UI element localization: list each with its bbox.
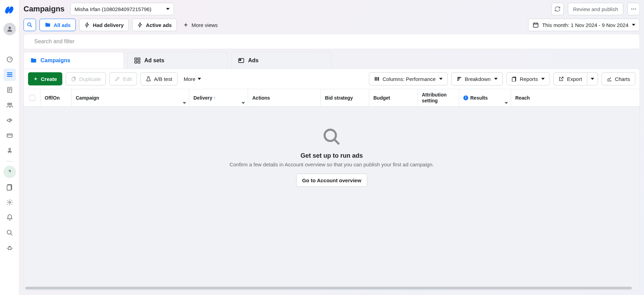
active-ads-filter[interactable]: Active ads bbox=[132, 19, 177, 31]
create-button[interactable]: Create bbox=[28, 72, 62, 85]
gauge-icon[interactable] bbox=[3, 53, 16, 66]
events-icon[interactable] bbox=[3, 145, 16, 157]
column-campaign[interactable]: Campaign bbox=[72, 89, 189, 106]
account-selector[interactable]: Misha Irfan (1080284097215796) bbox=[70, 3, 174, 15]
svg-rect-25 bbox=[239, 59, 241, 60]
global-search-icon[interactable] bbox=[3, 227, 16, 239]
edit-button[interactable]: Edit bbox=[109, 72, 137, 85]
svg-rect-3 bbox=[7, 74, 12, 75]
svg-point-16 bbox=[633, 9, 634, 10]
export-button[interactable]: Export bbox=[553, 72, 587, 85]
date-range-picker[interactable]: This month: 1 Nov 2024 - 9 Nov 2024 bbox=[528, 19, 640, 31]
column-delivery[interactable]: Delivery ↑ bbox=[189, 89, 248, 106]
settings-icon[interactable] bbox=[3, 196, 16, 209]
empty-state: Get set up to run ads Confirm a few deta… bbox=[24, 107, 640, 286]
rail-divider bbox=[6, 161, 13, 162]
svg-rect-31 bbox=[457, 77, 461, 78]
sort-asc-icon: ↑ bbox=[214, 95, 216, 100]
svg-point-36 bbox=[325, 130, 336, 141]
svg-rect-11 bbox=[7, 185, 11, 190]
column-onoff[interactable]: Off/On bbox=[40, 89, 72, 106]
svg-point-0 bbox=[8, 27, 11, 29]
audiences-icon[interactable] bbox=[3, 99, 16, 111]
search-filter-input[interactable]: Search and filter bbox=[24, 34, 640, 49]
horizontal-scrollbar[interactable] bbox=[24, 286, 640, 291]
sort-icon bbox=[183, 102, 186, 104]
left-nav-rail bbox=[0, 0, 19, 295]
sort-icon bbox=[505, 102, 508, 104]
more-views-button[interactable]: More views bbox=[180, 22, 220, 28]
export-dropdown-button[interactable] bbox=[587, 72, 598, 85]
billing-icon[interactable] bbox=[3, 129, 16, 142]
chevron-down-icon bbox=[198, 78, 201, 80]
column-results[interactable]: i Results bbox=[459, 89, 511, 106]
notifications-icon[interactable] bbox=[3, 211, 16, 224]
toolbar: Create Duplicate Edit A/B test More bbox=[24, 69, 640, 89]
svg-point-13 bbox=[7, 230, 11, 234]
search-icon bbox=[322, 127, 342, 147]
megaphone-icon[interactable] bbox=[3, 114, 16, 127]
column-reach[interactable]: Reach bbox=[511, 89, 640, 106]
chevron-down-icon bbox=[591, 78, 594, 80]
svg-point-6 bbox=[8, 103, 9, 105]
duplicate-button[interactable]: Duplicate bbox=[66, 72, 106, 85]
svg-rect-8 bbox=[7, 134, 12, 137]
svg-rect-4 bbox=[7, 76, 12, 77]
account-name: Misha Irfan (1080284097215796) bbox=[75, 6, 152, 12]
columns-button[interactable]: Columns: Performance bbox=[369, 72, 447, 85]
content-panel: Create Duplicate Edit A/B test More bbox=[24, 68, 640, 291]
svg-rect-35 bbox=[512, 77, 515, 82]
search-toggle-button[interactable] bbox=[24, 19, 36, 31]
abtest-button[interactable]: A/B test bbox=[140, 72, 178, 85]
reports-button[interactable]: Reports bbox=[506, 72, 550, 85]
svg-point-9 bbox=[9, 148, 10, 150]
svg-rect-33 bbox=[457, 80, 459, 81]
empty-subtitle: Confirm a few details in Account overvie… bbox=[229, 162, 434, 167]
tab-campaigns[interactable]: Campaigns bbox=[24, 52, 124, 68]
breakdown-button[interactable]: Breakdown bbox=[451, 72, 503, 85]
svg-rect-32 bbox=[457, 79, 460, 80]
more-menu-button[interactable] bbox=[627, 3, 640, 15]
review-publish-button[interactable]: Review and publish bbox=[568, 3, 623, 15]
svg-rect-22 bbox=[135, 61, 137, 63]
chevron-down-icon bbox=[166, 8, 170, 10]
more-actions-button[interactable]: More bbox=[181, 76, 204, 82]
svg-rect-29 bbox=[377, 77, 378, 81]
select-all-checkbox[interactable] bbox=[29, 95, 35, 101]
meta-logo[interactable] bbox=[3, 3, 16, 16]
svg-rect-2 bbox=[7, 72, 12, 73]
help-icon[interactable] bbox=[3, 166, 16, 178]
library-icon[interactable] bbox=[3, 181, 16, 193]
chevron-down-icon bbox=[494, 78, 498, 80]
charts-button[interactable]: Charts bbox=[601, 72, 635, 85]
avatar-icon[interactable] bbox=[3, 23, 16, 35]
svg-rect-20 bbox=[135, 58, 137, 60]
filter-row: All ads Had delivery Active ads More vie… bbox=[19, 18, 644, 34]
refresh-button[interactable] bbox=[551, 3, 564, 15]
column-attribution[interactable]: Attribution setting bbox=[418, 89, 459, 106]
campaigns-nav-icon[interactable] bbox=[3, 68, 16, 81]
empty-title: Get set up to run ads bbox=[300, 152, 363, 159]
svg-rect-23 bbox=[138, 61, 140, 63]
sort-icon bbox=[242, 102, 245, 104]
ads-reporting-icon[interactable] bbox=[3, 84, 16, 96]
svg-rect-21 bbox=[138, 58, 140, 60]
scrollbar-thumb[interactable] bbox=[25, 287, 632, 289]
column-actions[interactable]: Actions bbox=[248, 89, 321, 106]
header: Campaigns Misha Irfan (1080284097215796)… bbox=[19, 0, 644, 18]
had-delivery-filter[interactable]: Had delivery bbox=[79, 19, 129, 31]
column-budget[interactable]: Budget bbox=[369, 89, 418, 106]
all-ads-filter[interactable]: All ads bbox=[39, 19, 76, 31]
table-header: Off/On Campaign Delivery ↑ Actions Bid s… bbox=[24, 89, 640, 107]
bug-icon[interactable] bbox=[3, 242, 16, 254]
go-to-account-overview-button[interactable]: Go to Account overview bbox=[296, 174, 367, 187]
svg-point-15 bbox=[631, 9, 632, 10]
tab-ads[interactable]: Ads bbox=[231, 52, 332, 68]
select-all-column[interactable] bbox=[24, 89, 40, 106]
chevron-down-icon bbox=[632, 24, 635, 26]
tab-adsets[interactable]: Ad sets bbox=[127, 52, 228, 68]
svg-point-7 bbox=[10, 103, 11, 105]
column-bid[interactable]: Bid strategy bbox=[321, 89, 369, 106]
chevron-down-icon bbox=[439, 78, 443, 80]
svg-point-17 bbox=[635, 9, 636, 10]
